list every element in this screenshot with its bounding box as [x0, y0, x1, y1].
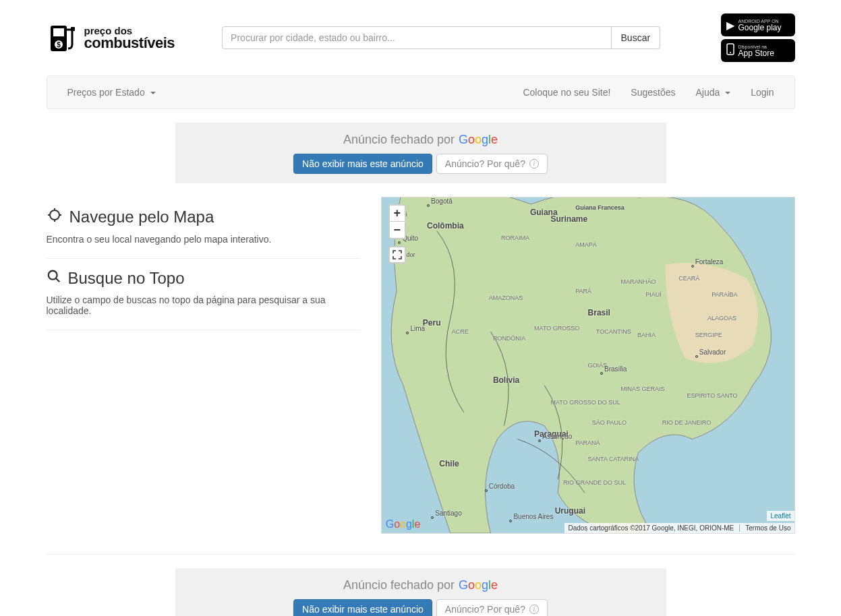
google-logo: Google: [459, 133, 498, 147]
map-label: PIAUÍ: [645, 291, 662, 298]
zoom-out-button[interactable]: −: [388, 222, 406, 239]
map-label: SÃO PAULO: [592, 419, 627, 426]
divider: [47, 554, 795, 555]
svg-point-7: [50, 210, 59, 220]
city-dot: [695, 355, 698, 358]
section-map-nav: Navegue pelo Mapa Encontra o seu local n…: [47, 197, 361, 259]
map-label: RORAIMA: [501, 235, 529, 241]
info-icon: i: [529, 605, 539, 614]
city-label: Lima: [411, 325, 426, 332]
map-label: Brasil: [588, 308, 610, 317]
map-label: CEARÁ: [678, 275, 699, 282]
google-play-badge[interactable]: ▶ ANDROID APP ON Google play: [721, 13, 795, 36]
map-label: Colômbia: [427, 221, 464, 230]
map-label: Guiana: [530, 208, 558, 217]
svg-rect-1: [53, 28, 64, 36]
search-button[interactable]: Buscar: [612, 26, 661, 49]
chevron-down-icon: [150, 92, 156, 94]
google-logo: Google: [459, 578, 498, 592]
map-label: Bolívia: [493, 375, 519, 385]
nav-ajuda[interactable]: Ajuda: [686, 77, 741, 108]
map-label: RIO GRANDE DO SUL: [563, 479, 626, 486]
section-search-top: Busque no Topo Utilize o campo de buscas…: [47, 259, 361, 330]
map-label: Peru: [423, 318, 441, 328]
map-label: AMAZONAS: [489, 295, 523, 301]
map-label: PARÁ: [575, 288, 591, 295]
city-label: Buenos Aires: [513, 513, 553, 520]
nav-coloque-site[interactable]: Coloque no seu Site!: [513, 77, 620, 108]
section-search-title: Busque no Topo: [68, 269, 185, 288]
ad-why-button[interactable]: Anúncio? Por quê? i: [436, 154, 548, 174]
phone-icon: [726, 43, 734, 58]
nav-precos-estado[interactable]: Preços por Estado: [57, 77, 166, 108]
city-dot: [485, 489, 488, 492]
svg-point-6: [730, 52, 731, 53]
city-dot: [427, 204, 430, 207]
ad-why-button[interactable]: Anúncio? Por quê? i: [436, 599, 548, 617]
google-map-logo: Google: [386, 518, 421, 530]
city-label: Brasília: [604, 365, 627, 373]
city-dot: [600, 372, 603, 375]
map-label: PARAÍBA: [712, 291, 737, 298]
svg-rect-4: [71, 27, 75, 31]
ad-stop-button[interactable]: Não exibir mais este anúncio: [293, 154, 432, 174]
leaflet-badge[interactable]: Leaflet: [767, 511, 794, 521]
zoom-in-button[interactable]: +: [388, 204, 406, 222]
search-input[interactable]: [222, 26, 611, 49]
map-label: TOCANTINS: [596, 328, 631, 335]
city-label: Assunção: [542, 433, 572, 440]
map-label: MARANHÃO: [621, 278, 656, 285]
logo-text-bottom: combustíveis: [84, 36, 175, 51]
section-search-desc: Utilize o campo de buscas no topo da pág…: [47, 295, 361, 316]
map-label: Chile: [439, 459, 459, 468]
crosshair-icon: [47, 207, 63, 227]
map-label: MINAS GERAIS: [621, 386, 665, 392]
svg-line-13: [55, 278, 59, 282]
map-label: RONDÔNIA: [493, 335, 526, 342]
map-terms-link[interactable]: Termos de Uso: [739, 524, 790, 532]
map-label: ACRE: [452, 328, 469, 335]
city-label: Bogotá: [431, 197, 453, 205]
city-label: Salvador: [699, 348, 726, 356]
map-label: RIO DE JANEIRO: [662, 419, 712, 426]
city-dot: [691, 265, 694, 268]
map-label: BAHIA: [637, 332, 656, 338]
fullscreen-button[interactable]: [388, 246, 406, 264]
search-icon: [47, 269, 61, 288]
map-label: AMAPÁ: [575, 241, 597, 248]
chevron-down-icon: [725, 92, 730, 94]
city-label: Santiago: [435, 510, 461, 517]
ad-stop-button[interactable]: Não exibir mais este anúncio: [293, 599, 432, 617]
city-label: Córdoba: [489, 483, 515, 490]
fuel-pump-icon: $: [47, 22, 79, 54]
map-label: SANTA CATARINA: [588, 456, 639, 462]
app-store-badge[interactable]: Disponível na App Store: [721, 39, 795, 62]
map-label: Guiana Francesa: [575, 204, 625, 211]
map[interactable]: + − Google Leaflet Dados cartográficos ©…: [381, 197, 795, 534]
play-icon: ▶: [726, 19, 734, 32]
navbar: Preços por Estado Coloque no seu Site! S…: [47, 75, 795, 109]
map-label: ESPÍRITO SANTO: [687, 392, 737, 399]
city-dot: [538, 439, 541, 442]
ad-closed-text: Anúncio fechado por: [343, 578, 455, 592]
nav-sugestoes[interactable]: Sugestões: [620, 77, 685, 108]
city-label: dor: [406, 251, 415, 258]
map-label: Uruguai: [555, 506, 585, 516]
info-icon: i: [529, 159, 539, 168]
logo[interactable]: $ preço dos combustíveis: [47, 22, 175, 54]
map-label: MATO GROSSO: [534, 325, 579, 332]
svg-point-12: [48, 271, 57, 280]
map-label: PARANÁ: [575, 439, 600, 446]
map-label: SERGIPE: [695, 332, 722, 338]
section-map-title: Navegue pelo Mapa: [69, 208, 214, 226]
ad-closed-box: Anúncio fechado por Google Não exibir ma…: [175, 123, 666, 183]
map-label: MATO GROSSO DO SUL: [551, 399, 620, 406]
nav-login[interactable]: Login: [741, 77, 784, 108]
search-group: Buscar: [222, 26, 660, 49]
ad-closed-box-2: Anúncio fechado por Google Não exibir ma…: [175, 568, 666, 616]
ad-closed-text: Anúncio fechado por: [343, 133, 455, 147]
svg-text:$: $: [57, 41, 61, 49]
section-map-desc: Encontra o seu local navegando pelo mapa…: [47, 234, 361, 245]
city-label: Fortaleza: [695, 258, 724, 266]
map-label: ALAGOAS: [707, 315, 736, 321]
